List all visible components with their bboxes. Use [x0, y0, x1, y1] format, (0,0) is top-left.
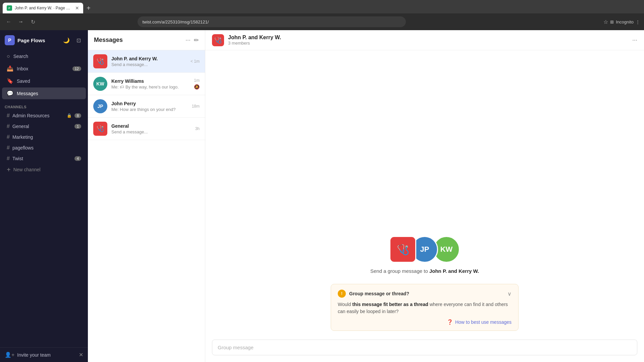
menu-icon[interactable]: ⋮	[636, 19, 640, 24]
msg-time: 1m	[194, 78, 200, 83]
sidebar-item-inbox[interactable]: 📥 Inbox 12	[2, 63, 86, 74]
address-bar[interactable]: twist.com/a/225310/msg/1582121/	[138, 16, 406, 27]
message-item-john-kerry[interactable]: 🩺 John P. and Kerry W. Send a message...…	[88, 50, 205, 73]
hint-link[interactable]: ❓ How to best use messages	[338, 319, 512, 325]
channel-twist-label: Twist	[12, 156, 72, 161]
reload-button[interactable]: ↻	[28, 17, 38, 26]
twist-badge: 4	[74, 156, 81, 161]
msg-preview: Send a message...	[111, 129, 191, 134]
hash-icon: #	[7, 123, 10, 129]
hint-link-label: How to best use messages	[455, 319, 512, 325]
channel-admin-label: Admin Resources	[12, 113, 64, 118]
channel-twist[interactable]: # Twist 4	[2, 154, 86, 164]
messages-more-icon[interactable]: ···	[185, 37, 191, 44]
msg-preview: Send a message...	[111, 62, 186, 67]
msg-preview: Me: 🏷 By the way, here's our logo.	[111, 84, 190, 89]
channel-pageflows[interactable]: # pageflows	[2, 143, 86, 153]
tab-title: John P. and Kerry W. · Page Flow...	[15, 6, 72, 10]
hint-link-icon: ❓	[447, 319, 453, 325]
new-channel-button[interactable]: + New channel	[2, 164, 86, 175]
hint-body: Would this message fit better as a threa…	[338, 301, 512, 315]
avatar-john: JP	[93, 99, 107, 113]
back-button[interactable]: ←	[4, 17, 13, 26]
tab-close-icon[interactable]: ✕	[75, 5, 79, 11]
browser-tab-active[interactable]: P John P. and Kerry W. · Page Flow... ✕	[3, 3, 83, 13]
channel-admin-resources[interactable]: # Admin Resources 🔒 8	[2, 111, 86, 121]
sidebar-saved-label: Saved	[17, 78, 81, 84]
message-item-general[interactable]: 🩺 General Send a message... 3h	[88, 118, 205, 140]
hint-warning-icon: !	[338, 290, 346, 298]
app: P Page Flows 🌙 ⊡ ○ Search 📥 Inbox 12 🔖 S…	[0, 30, 644, 362]
extensions-icon[interactable]: ⊞	[610, 19, 614, 24]
workspace-name: Page Flows	[17, 38, 59, 43]
search-icon: ○	[7, 53, 10, 59]
do-not-disturb-icon[interactable]: 🌙	[62, 36, 71, 45]
group-message-prefix: Send a group message to	[370, 268, 429, 274]
bookmark-icon[interactable]: ☆	[603, 19, 608, 25]
messages-header-icons: ··· ✏	[185, 37, 199, 44]
browser-tabs: P John P. and Kerry W. · Page Flow... ✕ …	[0, 0, 644, 13]
msg-preview-text: Send a message...	[111, 129, 148, 134]
message-item-kerry-williams[interactable]: KW Kerry Williams Me: 🏷 By the way, here…	[88, 73, 205, 95]
forward-button[interactable]: →	[16, 17, 25, 26]
messages-compose-icon[interactable]: ✏	[194, 37, 199, 44]
conversation-info: John P. and Kerry W. 3 members	[228, 35, 632, 46]
main-content: 🩺 John P. and Kerry W. 3 members ··· 🩺 J…	[205, 30, 644, 362]
new-tab-button[interactable]: +	[83, 3, 94, 13]
avatar-image: 🩺	[93, 54, 107, 68]
channel-general[interactable]: # General 1	[2, 121, 86, 131]
avatar-kerry: KW	[93, 77, 107, 91]
msg-name: John P. and Kerry W.	[111, 56, 186, 61]
message-item-john-perry[interactable]: JP John Perry Me: How are things on your…	[88, 95, 205, 118]
person-plus-icon: 👤+	[5, 352, 14, 358]
channel-marketing-label: Marketing	[12, 134, 81, 140]
msg-meta: 18m	[192, 104, 200, 109]
msg-name: Kerry Williams	[111, 78, 190, 84]
invite-team-button[interactable]: 👤+ Invite your team ✕	[5, 352, 83, 358]
invite-team-close-icon[interactable]: ✕	[79, 352, 83, 358]
sidebar-item-messages[interactable]: 💬 Messages	[2, 87, 86, 99]
avatar-image: JP	[93, 99, 107, 113]
lock-icon: 🔒	[67, 113, 72, 118]
avatar-image: KW	[93, 77, 107, 91]
avatar-general: 🩺	[93, 122, 107, 136]
msg-preview-text: Send a message...	[111, 62, 148, 67]
inbox-badge: 12	[72, 66, 81, 71]
invite-team-label: Invite your team	[17, 352, 51, 358]
workspace-icon: P	[5, 35, 15, 45]
msg-content-john-kerry: John P. and Kerry W. Send a message...	[111, 56, 186, 67]
message-input[interactable]: Group message	[212, 340, 637, 355]
avatar-image: 🩺	[93, 122, 107, 136]
msg-content-kerry: Kerry Williams Me: 🏷 By the way, here's …	[111, 78, 190, 89]
hint-collapse-icon[interactable]: ∨	[507, 291, 512, 297]
conversation-avatar: 🩺	[212, 34, 224, 46]
sidebar-item-saved[interactable]: 🔖 Saved	[2, 75, 86, 87]
admin-badge: 8	[74, 113, 81, 118]
hash-icon: #	[7, 145, 10, 151]
msg-time: 3h	[195, 126, 200, 131]
main-header: 🩺 John P. and Kerry W. 3 members ···	[205, 30, 644, 50]
msg-preview: Me: How are things on your end?	[111, 107, 188, 112]
msg-meta: 1m 🔕	[194, 78, 200, 89]
incognito-label: Incognito	[616, 19, 634, 24]
conversation-members: 3 members	[228, 41, 632, 46]
channel-general-label: General	[12, 124, 72, 129]
group-message-bold: John P. and Kerry W.	[429, 268, 479, 274]
hint-title: Group message or thread?	[349, 291, 504, 296]
msg-meta: < 1m	[191, 59, 200, 64]
channel-marketing[interactable]: # Marketing	[2, 132, 86, 142]
new-channel-label: New channel	[13, 167, 41, 172]
layout-icon[interactable]: ⊡	[74, 36, 83, 45]
hint-card-header: ! Group message or thread? ∨	[338, 290, 512, 298]
group-avatars: 🩺 JP KW	[389, 236, 460, 263]
hint-body-bold: this message fit better as a thread	[352, 302, 428, 307]
main-header-more-icon[interactable]: ···	[632, 37, 637, 44]
hash-icon: #	[7, 134, 10, 140]
channels-section-title: Channels	[0, 100, 88, 110]
hint-card: ! Group message or thread? ∨ Would this …	[331, 284, 519, 331]
avatar-john-kerry: 🩺	[93, 54, 107, 68]
msg-preview-text: Me: 🏷 By the way, here's our logo.	[111, 84, 179, 89]
msg-meta: 3h	[195, 126, 200, 131]
msg-content-john: John Perry Me: How are things on your en…	[111, 101, 188, 112]
sidebar-item-search[interactable]: ○ Search	[2, 51, 86, 62]
